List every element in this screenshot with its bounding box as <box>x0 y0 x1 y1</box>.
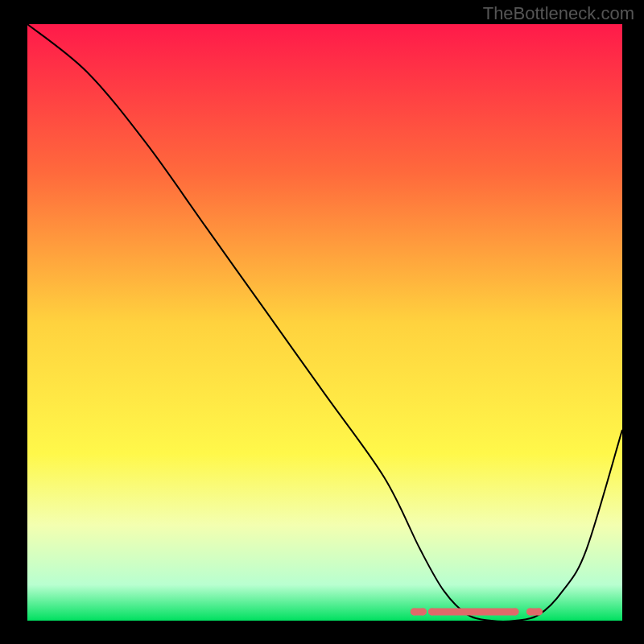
flat-band-endcap <box>419 608 427 615</box>
flat-band-endcap <box>428 608 436 615</box>
chart-canvas <box>27 24 622 621</box>
flat-band-endcap <box>535 608 543 615</box>
gradient-background <box>27 24 622 621</box>
chart-svg <box>27 24 622 621</box>
watermark-text: TheBottleneck.com <box>483 3 634 24</box>
flat-band-endcap <box>526 608 534 615</box>
flat-band-endcap <box>411 608 418 615</box>
flat-band-endcap <box>511 608 518 615</box>
